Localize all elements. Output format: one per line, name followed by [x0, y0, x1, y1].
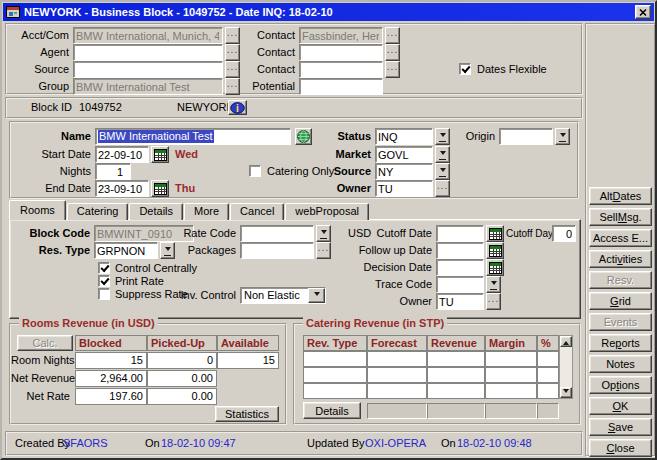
tab-catering[interactable]: Catering [67, 203, 129, 220]
name-input[interactable]: BMW International Test [95, 128, 291, 145]
catering-row-cell[interactable] [485, 351, 537, 367]
rooms-owner-input[interactable] [436, 293, 484, 310]
reports-button[interactable]: Reports [589, 334, 652, 352]
cutoff-date-input[interactable] [436, 225, 484, 242]
catering-row-cell[interactable] [427, 367, 485, 383]
dates-flexible-checkbox[interactable] [459, 63, 471, 75]
contact2-input[interactable] [299, 44, 383, 61]
contact2-lov-button[interactable]: ... [385, 44, 400, 61]
status-dropdown-icon[interactable] [435, 128, 450, 145]
group-lov-button[interactable]: ... [225, 78, 240, 95]
rate-code-dropdown-icon[interactable] [316, 225, 331, 242]
options-button[interactable]: Options [589, 376, 652, 394]
net-revenue-blocked-cell[interactable]: 2,964.00 [75, 370, 147, 387]
catering-row-cell[interactable] [537, 383, 559, 399]
sell-msg-button[interactable]: Sell Msg. [589, 208, 652, 226]
source-dropdown-icon[interactable] [435, 163, 450, 180]
potential-input[interactable] [299, 78, 383, 95]
scroll-up-icon[interactable] [560, 336, 572, 347]
tab-more[interactable]: More [184, 203, 229, 220]
contact2-label: Contact [241, 44, 295, 61]
net-rate-blocked-cell[interactable]: 197.60 [75, 388, 147, 405]
statistics-button[interactable]: Statistics [215, 406, 279, 422]
ok-button[interactable]: OK [589, 397, 652, 415]
contact3-lov-button[interactable]: ... [385, 61, 400, 78]
row-label: Net Rate [11, 388, 73, 405]
activities-button[interactable]: Activities [589, 250, 652, 268]
info-icon[interactable]: i [228, 100, 247, 115]
control-centrally-checkbox[interactable] [98, 262, 110, 274]
access-e-button[interactable]: Access E... [589, 229, 652, 247]
origin-dropdown-icon[interactable] [555, 128, 570, 145]
start-date-label: Start Date [11, 146, 91, 163]
source-lov-button[interactable]: ... [225, 61, 240, 78]
inv-control-select[interactable]: Non Elastic [240, 287, 326, 304]
res-type-input[interactable] [94, 242, 158, 259]
tab-rooms[interactable]: Rooms [9, 200, 66, 220]
origin-input[interactable] [499, 128, 553, 145]
inv-control-dropdown-icon[interactable] [308, 288, 325, 303]
suppress-rate-checkbox[interactable] [98, 288, 110, 300]
potential-label: Potential [241, 78, 295, 95]
close-icon[interactable] [635, 5, 651, 19]
catering-row-cell[interactable] [427, 383, 485, 399]
trace-code-input[interactable] [436, 276, 484, 293]
nights-input[interactable] [95, 163, 131, 180]
rooms-owner-lov-button[interactable]: ... [486, 293, 501, 310]
catering-only-checkbox[interactable] [249, 165, 261, 177]
alt-dates-button[interactable]: Alt Dates [589, 187, 652, 205]
globe-icon[interactable] [295, 128, 312, 145]
end-date-calendar-icon[interactable] [151, 180, 169, 197]
catering-row-cell[interactable] [485, 383, 537, 399]
decision-date-input[interactable] [436, 259, 484, 276]
catering-row-cell[interactable] [303, 351, 367, 367]
print-rate-checkbox[interactable] [98, 275, 110, 287]
follow-up-date-calendar-icon[interactable] [486, 242, 504, 259]
market-dropdown-icon[interactable] [435, 146, 450, 163]
catering-row-cell[interactable] [427, 351, 485, 367]
catering-row-cell[interactable] [367, 383, 427, 399]
close-button[interactable]: Close [589, 439, 652, 457]
packages-input[interactable] [240, 242, 314, 259]
title-bar[interactable]: NEWYORK - Business Block - 1049752 - Dat… [3, 3, 654, 21]
start-date-calendar-icon[interactable] [151, 146, 169, 163]
agent-lov-button[interactable]: ... [225, 44, 240, 61]
catering-row-cell[interactable] [537, 351, 559, 367]
acct-com-lov-button[interactable]: ... [225, 27, 240, 44]
agent-input[interactable] [73, 44, 223, 61]
end-date-input[interactable] [95, 180, 149, 197]
details-button[interactable]: Details [303, 402, 361, 419]
notes-button[interactable]: Notes [589, 355, 652, 373]
owner-lov-button[interactable]: ... [435, 180, 450, 197]
owner-input[interactable] [375, 180, 433, 197]
catering-row-cell[interactable] [367, 351, 427, 367]
catering-row-cell[interactable] [367, 367, 427, 383]
catering-row-cell[interactable] [303, 383, 367, 399]
cutoff-days-input[interactable] [552, 225, 576, 242]
grid-button[interactable]: Grid [589, 292, 652, 310]
packages-lov-button[interactable]: ... [316, 242, 331, 259]
contact3-input[interactable] [299, 61, 383, 78]
follow-up-date-input[interactable] [436, 242, 484, 259]
tab-details[interactable]: Details [129, 203, 183, 220]
catering-row-cell[interactable] [303, 367, 367, 383]
status-input[interactable] [375, 128, 433, 145]
rate-code-input[interactable] [240, 225, 314, 242]
trace-code-dropdown-icon[interactable] [486, 276, 501, 293]
contact1-lov-button[interactable]: ... [385, 27, 400, 44]
scroll-down-icon[interactable] [560, 387, 572, 398]
start-date-input[interactable] [95, 146, 149, 163]
save-button[interactable]: Save [589, 418, 652, 436]
room-nights-blocked-cell[interactable]: 15 [75, 352, 147, 369]
cutoff-date-calendar-icon[interactable] [486, 225, 504, 242]
catering-scrollbar[interactable] [559, 335, 573, 399]
market-input[interactable] [375, 146, 433, 163]
source-input[interactable] [73, 61, 223, 78]
catering-row-cell[interactable] [485, 367, 537, 383]
catering-row-cell[interactable] [537, 367, 559, 383]
tab-cancel[interactable]: Cancel [230, 203, 284, 220]
decision-date-calendar-icon[interactable] [486, 259, 504, 276]
window-icon[interactable] [6, 5, 20, 19]
source-code-input[interactable] [375, 163, 433, 180]
tab-webproposal[interactable]: webProposal [285, 203, 369, 220]
